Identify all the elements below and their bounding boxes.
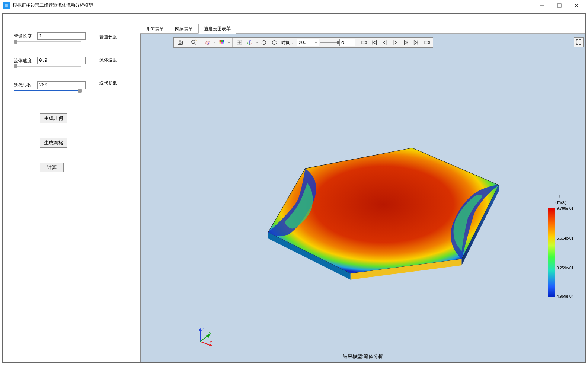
svg-rect-16 <box>223 40 224 42</box>
svg-text:z: z <box>250 39 251 41</box>
svg-rect-27 <box>361 41 365 44</box>
param-velocity-echo: 流体速度 <box>99 57 117 63</box>
app-icon <box>3 2 10 9</box>
param-velocity-label: 流体速度 <box>14 58 36 64</box>
legend-tick-max: 9.768e-01 <box>557 206 573 211</box>
time-dropdown[interactable]: 200 <box>297 39 319 46</box>
record-button[interactable] <box>359 38 369 47</box>
param-length-echo: 管道长度 <box>99 34 117 40</box>
screenshot-button[interactable] <box>175 38 185 47</box>
tab-velocity-contour[interactable]: 速度云图表单 <box>198 24 236 34</box>
results-panel: 几何表单 网格表单 速度云图表单 zxy 时间： <box>140 25 585 362</box>
svg-line-38 <box>200 342 211 345</box>
time-label: 时间： <box>280 39 296 46</box>
svg-rect-7 <box>179 41 181 42</box>
svg-point-8 <box>192 40 195 44</box>
param-length-input[interactable] <box>37 32 86 40</box>
prev-frame-button[interactable] <box>380 38 390 47</box>
svg-text:x: x <box>252 41 253 44</box>
scene-canvas[interactable]: z x y U（m/s） 9.768e-01 <box>141 49 585 362</box>
axis-z-label: z <box>202 326 204 331</box>
svg-point-11 <box>206 42 207 42</box>
tab-geometry[interactable]: 几何表单 <box>140 24 169 34</box>
param-steps-label: 迭代步数 <box>14 82 36 89</box>
action-buttons: 生成几何 生成网格 计算 <box>14 113 129 187</box>
palette-button[interactable] <box>203 38 212 47</box>
param-length-label: 管道长度 <box>14 33 36 39</box>
legend-tick-min: 4.959e-04 <box>557 294 573 298</box>
svg-rect-17 <box>220 42 221 44</box>
loop-button[interactable] <box>422 38 431 47</box>
svg-rect-19 <box>223 42 224 44</box>
parameter-panel: 管道长度 管道长度 流体速度 流体速度 迭代步数 迭代步数 生成几何 生成网格 <box>3 25 140 195</box>
svg-line-9 <box>195 43 196 45</box>
compute-button[interactable]: 计算 <box>40 163 64 172</box>
svg-rect-15 <box>221 40 223 42</box>
viewer-3d[interactable]: zxy 时间： 200 20 <box>140 34 585 362</box>
svg-rect-18 <box>221 42 223 44</box>
fps-spinner[interactable]: 20 <box>339 39 355 46</box>
svg-point-12 <box>208 41 208 42</box>
zoom-button[interactable] <box>189 38 199 47</box>
result-caption: 结果模型:流体分析 <box>343 353 383 360</box>
param-length-slider[interactable] <box>14 41 81 42</box>
svg-text:y: y <box>247 41 248 44</box>
svg-point-6 <box>179 42 181 44</box>
tab-mesh[interactable]: 网格表单 <box>169 24 198 34</box>
close-button[interactable] <box>568 0 585 11</box>
legend-tick-2: 6.514e-01 <box>557 236 573 240</box>
color-legend: U（m/s） 9.768e-01 6.514e-01 3.259e-01 4.9… <box>548 194 574 297</box>
window-title: 模拟正多边形二维管道流体流动分析模型 <box>13 2 534 9</box>
client-area: 管道长度 管道长度 流体速度 流体速度 迭代步数 迭代步数 生成几何 生成网格 <box>2 13 586 363</box>
first-frame-button[interactable] <box>370 38 379 47</box>
time-slider[interactable] <box>320 39 339 46</box>
svg-rect-2 <box>557 4 561 7</box>
param-steps-echo: 迭代步数 <box>99 80 117 86</box>
axis-y-label: y <box>209 331 211 335</box>
generate-geometry-button[interactable]: 生成几何 <box>40 113 67 123</box>
minimize-button[interactable] <box>534 0 551 11</box>
titlebar: 模拟正多边形二维管道流体流动分析模型 <box>0 0 588 11</box>
legend-title: U（m/s） <box>548 194 574 206</box>
tabs: 几何表单 网格表单 速度云图表单 <box>140 25 585 34</box>
svg-line-23 <box>247 44 250 45</box>
viewer-toolbar: zxy 时间： 200 20 <box>173 37 433 48</box>
svg-point-13 <box>208 43 209 44</box>
last-frame-button[interactable] <box>411 38 421 47</box>
maximize-button[interactable] <box>551 0 568 11</box>
svg-marker-37 <box>199 328 202 331</box>
svg-line-22 <box>250 44 252 45</box>
param-steps-input[interactable] <box>37 81 86 89</box>
legend-tick-3: 3.259e-01 <box>557 266 573 270</box>
colormap-button[interactable] <box>217 38 227 47</box>
axis-x-label: x <box>210 340 212 344</box>
param-velocity-input[interactable] <box>37 57 86 64</box>
rotate-ccw-button[interactable] <box>259 38 269 47</box>
param-velocity-slider[interactable] <box>14 66 81 67</box>
next-frame-button[interactable] <box>401 38 410 47</box>
svg-rect-14 <box>220 40 221 42</box>
fullscreen-button[interactable] <box>574 37 584 47</box>
rotate-cw-button[interactable] <box>269 38 279 47</box>
play-button[interactable] <box>390 38 400 47</box>
svg-rect-31 <box>424 41 428 44</box>
fit-view-button[interactable] <box>234 38 244 47</box>
legend-colorbar <box>548 208 555 297</box>
param-steps-slider[interactable] <box>14 90 81 91</box>
axis-triad: z x y <box>193 325 215 347</box>
axes-button[interactable]: zxy <box>245 38 255 47</box>
generate-mesh-button[interactable]: 生成网格 <box>40 138 67 148</box>
